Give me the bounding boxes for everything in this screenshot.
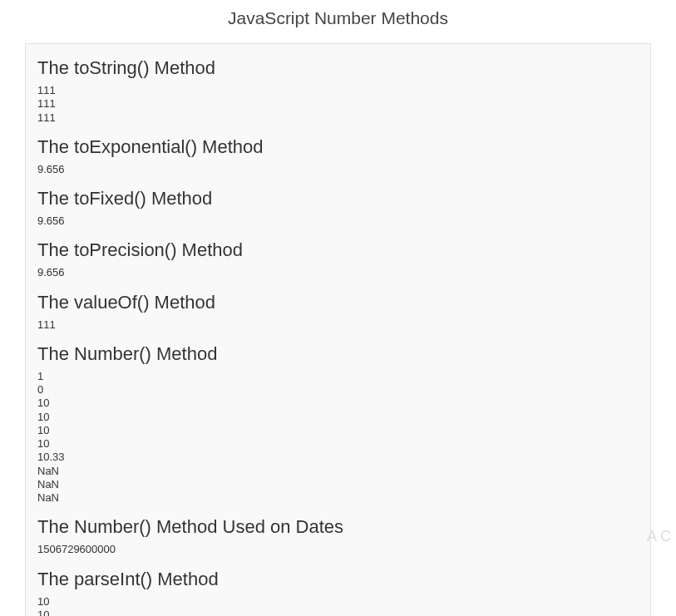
output-parseint: 10 10 10 10 NaN [37,595,639,617]
heading-numberdates: The Number() Method Used on Dates [37,516,639,538]
heading-parseint: The parseInt() Method [37,569,639,590]
output-tofixed: 9.656 [37,214,639,228]
heading-tostring: The toString() Method [37,57,639,79]
heading-tofixed: The toFixed() Method [37,188,639,209]
heading-toprecision: The toPrecision() Method [37,239,639,261]
page-title: JavaScript Number Methods [0,0,676,43]
output-number: 1 0 10 10 10 10 10.33 NaN NaN NaN [37,370,639,505]
content-panel: The toString() Method 111 111 111 The to… [25,43,651,616]
faint-side-text: A C [647,529,671,545]
output-valueof: 111 [37,318,639,332]
heading-valueof: The valueOf() Method [37,292,639,313]
output-numberdates: 1506729600000 [37,543,639,556]
output-tostring: 111 111 111 [37,84,639,125]
heading-number: The Number() Method [37,343,639,365]
output-toprecision: 9.656 [37,266,639,279]
output-toexponential: 9.656 [37,163,639,176]
heading-toexponential: The toExponential() Method [37,136,639,158]
